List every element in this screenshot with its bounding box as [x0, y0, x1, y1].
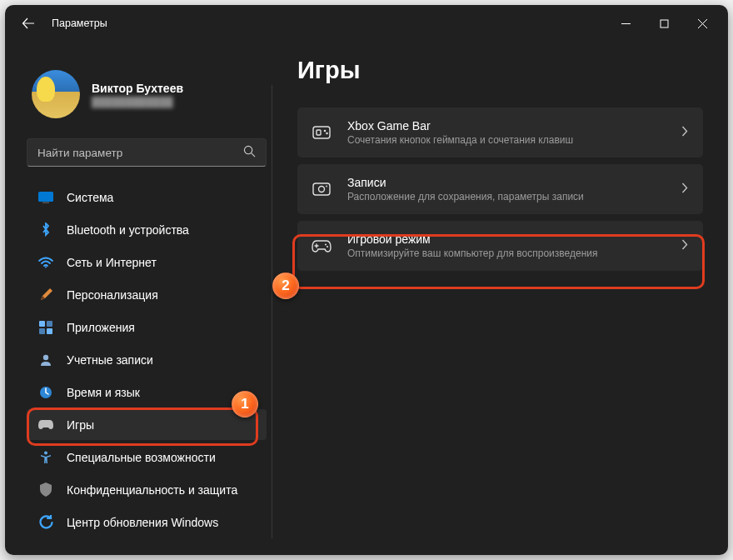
sidebar-item-label: Приложения [67, 321, 135, 334]
sidebar-item-label: Конфиденциальность и защита [67, 483, 237, 497]
svg-point-17 [319, 187, 325, 192]
system-icon [38, 190, 53, 205]
capture-icon [311, 181, 332, 198]
search-box[interactable] [27, 138, 267, 167]
svg-rect-2 [38, 192, 53, 202]
account-icon [38, 352, 53, 368]
card-game-mode[interactable]: Игровой режим Оптимизируйте ваш компьюте… [297, 221, 703, 271]
svg-rect-16 [313, 183, 330, 195]
profile-block[interactable]: Виктор Бухтеев ████████████ [27, 70, 272, 118]
sidebar: Виктор Бухтеев ████████████ Система [27, 42, 272, 555]
svg-rect-13 [317, 130, 321, 135]
sidebar-item-accounts[interactable]: Учетные записи [27, 344, 267, 375]
update-icon [38, 515, 53, 530]
wifi-icon [38, 255, 53, 270]
minimize-button[interactable] [606, 10, 645, 37]
svg-point-11 [44, 451, 47, 454]
sidebar-item-time-language[interactable]: Время и язык [27, 377, 267, 408]
close-button[interactable] [683, 10, 721, 37]
card-title: Xbox Game Bar [347, 119, 666, 132]
sidebar-item-system[interactable]: Система [27, 182, 267, 212]
svg-point-20 [327, 246, 328, 248]
gamemode-icon [311, 240, 332, 252]
svg-point-15 [326, 132, 328, 135]
card-subtitle: Расположение для сохранения, параметры з… [347, 191, 666, 202]
main-panel: Игры Xbox Game Bar Сочетания кнопок гейм… [272, 42, 728, 555]
svg-point-18 [326, 186, 327, 188]
sidebar-item-privacy[interactable]: Конфиденциальность и защита [27, 474, 267, 505]
avatar [32, 70, 80, 118]
sidebar-item-accessibility[interactable]: Специальные возможности [27, 442, 267, 472]
sidebar-item-label: Специальные возможности [67, 451, 216, 464]
window-title: Параметры [52, 18, 107, 29]
sidebar-item-apps[interactable]: Приложения [27, 312, 267, 342]
search-icon [243, 145, 256, 161]
apps-icon [38, 320, 53, 335]
profile-name: Виктор Бухтеев [92, 82, 183, 95]
sidebar-item-label: Центр обновления Windows [67, 516, 218, 529]
titlebar: Параметры [5, 5, 728, 42]
gaming-icon [38, 418, 53, 432]
back-button[interactable] [17, 12, 40, 35]
card-xbox-game-bar[interactable]: Xbox Game Bar Сочетания кнопок геймпада … [297, 108, 703, 158]
sidebar-item-label: Игры [67, 418, 94, 432]
svg-rect-5 [39, 321, 45, 327]
sidebar-item-network[interactable]: Сеть и Интернет [27, 247, 267, 278]
svg-rect-8 [47, 328, 52, 334]
chevron-right-icon [681, 182, 688, 197]
sidebar-item-windows-update[interactable]: Центр обновления Windows [27, 507, 267, 538]
accessibility-icon [38, 450, 53, 465]
personalize-icon [38, 288, 53, 302]
sidebar-item-label: Учетные записи [67, 353, 153, 367]
svg-point-9 [43, 354, 48, 359]
sidebar-item-personalization[interactable]: Персонализация [27, 279, 267, 310]
card-subtitle: Сочетания кнопок геймпада и сочетания кл… [347, 134, 666, 146]
maximize-button[interactable] [645, 10, 683, 37]
sidebar-item-gaming[interactable]: Игры [27, 409, 267, 440]
svg-point-1 [244, 146, 252, 153]
sidebar-item-label: Система [67, 191, 113, 204]
bluetooth-icon [38, 222, 53, 238]
card-title: Игровой режим [347, 232, 666, 246]
chevron-right-icon [681, 125, 688, 140]
sidebar-item-label: Время и язык [67, 386, 140, 399]
card-captures[interactable]: Записи Расположение для сохранения, пара… [297, 164, 703, 214]
card-title: Записи [347, 176, 666, 189]
sidebar-item-label: Bluetooth и устройства [67, 223, 189, 237]
svg-rect-3 [42, 202, 49, 203]
svg-point-19 [325, 243, 327, 245]
svg-point-14 [324, 130, 327, 132]
card-subtitle: Оптимизируйте ваш компьютер для воспроиз… [347, 248, 666, 259]
xbox-icon [311, 124, 332, 141]
page-title: Игры [297, 57, 703, 84]
nav-list: Система Bluetooth и устройства Сеть и Ин… [27, 182, 272, 538]
chevron-right-icon [681, 238, 688, 253]
svg-rect-7 [39, 328, 45, 334]
svg-rect-6 [47, 321, 52, 327]
privacy-icon [38, 482, 53, 498]
sidebar-item-label: Сеть и Интернет [67, 256, 157, 269]
settings-window: Параметры Виктор Бухтеев ████████████ [5, 5, 728, 555]
time-icon [38, 385, 53, 400]
svg-point-4 [45, 266, 47, 268]
sidebar-item-bluetooth[interactable]: Bluetooth и устройства [27, 214, 267, 245]
svg-rect-0 [661, 20, 668, 28]
sidebar-item-label: Персонализация [67, 288, 158, 302]
search-input[interactable] [37, 147, 243, 159]
profile-subtitle: ████████████ [92, 97, 183, 107]
